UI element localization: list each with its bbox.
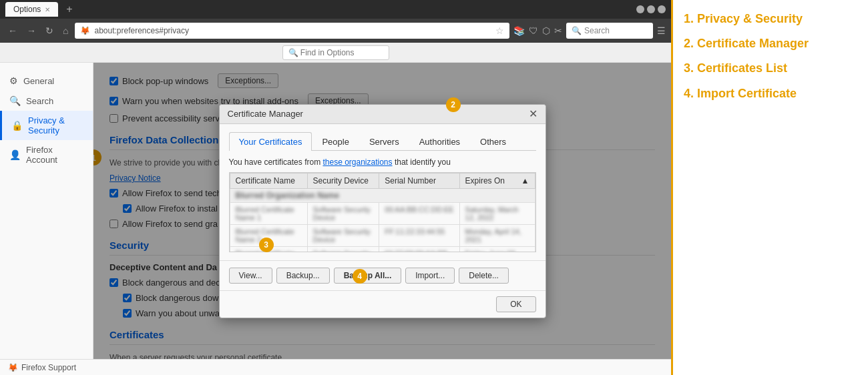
minimize-button[interactable] <box>636 5 644 13</box>
cert-serial-3: 66:77:88:99:AA:BB <box>385 250 447 252</box>
tab-label: Options <box>13 5 41 14</box>
table-row[interactable]: Blurred Certificate Name 1 Software Secu… <box>230 202 535 224</box>
annotation-text-2: 2. Certificate Manager <box>684 35 809 52</box>
active-tab[interactable]: Options ✕ <box>5 2 58 17</box>
content-area: ⚙ General 🔍 Search 🔒 Privacy & Security … <box>0 63 671 359</box>
reload-button[interactable]: ↻ <box>43 24 56 37</box>
cert-manager-modal: Certificate Manager ✕ Your Certificates … <box>219 104 546 318</box>
cert-table: Certificate Name Security Device Serial … <box>230 173 535 252</box>
firefox-icon: 🦊 <box>80 26 90 35</box>
search-bar[interactable]: 🔍 Search <box>566 23 653 39</box>
firefox-support-link[interactable]: 🦊 Firefox Support <box>8 363 76 372</box>
sidebar-item-label-search: Search <box>26 96 53 106</box>
search-icon: 🔍 <box>572 26 582 35</box>
tab-servers[interactable]: Servers <box>359 132 409 151</box>
menu-icon[interactable]: ☰ <box>657 25 666 36</box>
annotation-2: 2. Certificate Manager <box>684 35 857 52</box>
tab-people[interactable]: People <box>312 132 359 151</box>
close-button[interactable] <box>658 5 666 13</box>
tab-others[interactable]: Others <box>470 132 516 151</box>
col-serial-number[interactable]: Serial Number <box>379 173 459 188</box>
cert-expires-2: Monday, April 14, 2021 <box>465 228 521 244</box>
cert-table-container[interactable]: Certificate Name Security Device Serial … <box>229 172 536 252</box>
sidebar-item-label-account: Firefox Account <box>26 145 83 165</box>
sidebar-item-label-general: General <box>23 76 54 86</box>
nav-bar: ← → ↻ ⌂ 🦊 about:preferences#privacy ☆ 📚 … <box>0 19 671 43</box>
search-placeholder: Search <box>584 26 610 35</box>
modal-actions: View... Backup... Backup All... Import..… <box>220 260 546 290</box>
cert-serial-1: 00:AA:BB:CC:DD:EE <box>385 206 453 214</box>
back-button[interactable]: ← <box>5 24 20 37</box>
sidebar: ⚙ General 🔍 Search 🔒 Privacy & Security … <box>0 63 93 359</box>
annotation-4: 4. Import Certificate <box>684 85 857 102</box>
sidebar-item-firefox-account[interactable]: 👤 Firefox Account <box>0 140 93 169</box>
tab-close-icon[interactable]: ✕ <box>45 6 50 13</box>
cert-serial-2: FF:11:22:33:44:55 <box>385 228 445 236</box>
address-right: ☆ <box>495 25 504 36</box>
table-row[interactable]: Blurred Certificate Name 2 Software Secu… <box>230 224 535 246</box>
lock-icon: 🔒 <box>11 120 23 131</box>
annotation-text-1: 1. Privacy & Security <box>684 11 803 27</box>
maximize-button[interactable] <box>647 5 655 13</box>
modal-wrapper: Certificate Manager ✕ Your Certificates … <box>219 104 546 318</box>
cert-org-link[interactable]: these organizations <box>322 157 392 167</box>
cert-device-3: Software Security Device <box>313 250 371 252</box>
badge-cert-manager: 2 <box>446 97 461 112</box>
search-icon: 🔍 <box>9 95 21 106</box>
address-bar[interactable]: 🦊 about:preferences#privacy ☆ <box>75 23 509 39</box>
sort-icon: ▲ <box>521 176 529 185</box>
delete-button[interactable]: Delete... <box>459 268 509 284</box>
cert-expires-1: Saturday, March 12, 2022 <box>465 206 519 222</box>
pocket-icon[interactable]: ⬡ <box>542 25 550 36</box>
annotation-3: 3. Certificates List <box>684 60 857 77</box>
col-expires-on[interactable]: Expires On ▲ <box>459 173 535 188</box>
sidebar-item-search[interactable]: 🔍 Search <box>0 91 93 111</box>
cert-info-text: You have certificates from these organiz… <box>229 157 536 167</box>
cert-device-2: Software Security Device <box>313 228 371 244</box>
toolbar-icons: 📚 🛡 ⬡ ✂ <box>513 25 562 36</box>
support-label: Firefox Support <box>21 363 76 372</box>
browser-window: Options ✕ + ← → ↻ ⌂ 🦊 about:preferences#… <box>0 0 671 375</box>
screenshot-icon[interactable]: ✂ <box>554 25 562 36</box>
backup-button[interactable]: Backup... <box>276 268 330 284</box>
sidebar-item-label-privacy: Privacy & Security <box>28 115 83 135</box>
tab-your-certificates[interactable]: Your Certificates <box>229 132 312 151</box>
sidebar-item-general[interactable]: ⚙ General <box>0 71 93 91</box>
find-bar <box>0 43 671 63</box>
tab-authorities[interactable]: Authorities <box>409 132 470 151</box>
view-button[interactable]: View... <box>229 268 272 284</box>
cert-name-1: Blurred Certificate Name 1 <box>236 206 294 222</box>
table-row[interactable]: Blurred Certificate Name 3 Software Secu… <box>230 246 535 252</box>
new-tab-button[interactable]: + <box>62 2 76 17</box>
bookmark-icon[interactable]: ☆ <box>495 25 504 36</box>
account-icon: 👤 <box>9 149 21 160</box>
home-button[interactable]: ⌂ <box>60 24 71 37</box>
cert-expires-3: Friday, June 08, 2020 <box>465 250 517 252</box>
support-icon: 🦊 <box>8 363 18 372</box>
import-button[interactable]: Import... <box>405 268 455 284</box>
forward-button[interactable]: → <box>24 24 39 37</box>
cert-group-name: Blurred Organization Name <box>236 191 339 200</box>
badge-import: 4 <box>353 269 367 284</box>
annotation-text-4: 4. Import Certificate <box>684 85 797 102</box>
col-security-device[interactable]: Security Device <box>307 173 379 188</box>
modal-title-bar: Certificate Manager ✕ <box>220 105 546 124</box>
shield-icon[interactable]: 🛡 <box>529 25 538 36</box>
cert-tab-bar: Your Certificates People Servers Authori… <box>229 132 536 151</box>
main-content: Block pop-up windows Exceptions... Warn … <box>93 63 671 359</box>
annotation-panel: 1. Privacy & Security 2. Certificate Man… <box>671 0 868 375</box>
sidebar-item-privacy[interactable]: 🔒 Privacy & Security <box>0 111 93 140</box>
annotation-1: 1. Privacy & Security <box>684 11 857 27</box>
ok-row: OK <box>220 290 546 318</box>
cert-device-1: Software Security Device <box>313 206 371 222</box>
annotation-text-3: 3. Certificates List <box>684 60 787 77</box>
library-icon[interactable]: 📚 <box>513 25 525 36</box>
cert-group-row: Blurred Organization Name <box>230 188 535 202</box>
modal-title: Certificate Manager <box>228 109 303 119</box>
bottom-bar: 🦊 Firefox Support <box>0 359 671 375</box>
col-cert-name[interactable]: Certificate Name <box>230 173 307 188</box>
ok-button[interactable]: OK <box>496 296 535 312</box>
modal-close-button[interactable]: ✕ <box>529 109 537 119</box>
backup-all-button[interactable]: Backup All... <box>334 268 402 284</box>
find-input[interactable] <box>282 45 389 60</box>
